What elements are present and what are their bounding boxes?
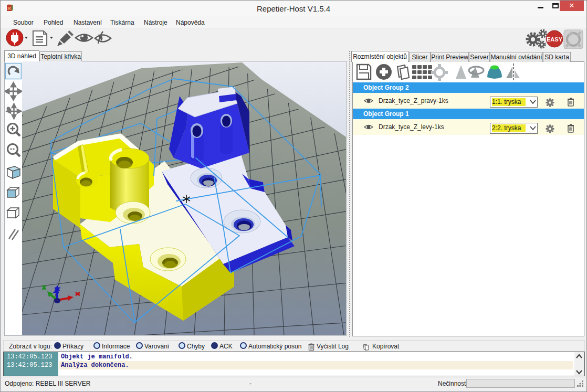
svg-text:R: R xyxy=(7,6,11,11)
svg-text:EASY: EASY xyxy=(547,36,563,43)
